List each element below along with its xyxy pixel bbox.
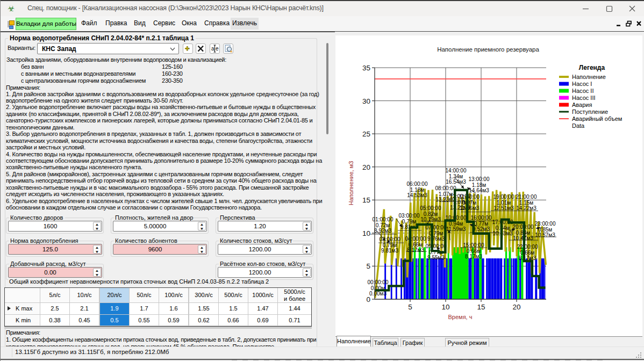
svg-text:14.22м3: 14.22м3: [516, 205, 536, 211]
svg-text:25: 25: [362, 130, 370, 138]
svg-text:04:00:00: 04:00:00: [405, 236, 426, 242]
svg-text:9.81м3: 9.81м3: [381, 248, 398, 254]
svg-text:0.85м: 0.85м: [538, 227, 552, 233]
svg-text:Время, ч: Время, ч: [448, 314, 473, 320]
svg-text:Авария: Авария: [572, 102, 592, 108]
svg-text:0.72м: 0.72м: [376, 222, 390, 228]
svg-text:20: 20: [362, 163, 370, 171]
svg-text:30: 30: [362, 97, 370, 105]
svg-text:15:00:00: 15:00:00: [463, 242, 484, 248]
svg-text:0.79м: 0.79м: [383, 242, 397, 248]
svg-text:16.54м3: 16.54м3: [446, 179, 466, 185]
svg-text:35: 35: [362, 64, 370, 72]
svg-text:0.79м: 0.79м: [402, 219, 416, 225]
svg-text:5: 5: [408, 303, 412, 311]
svg-text:0.82м: 0.82м: [424, 211, 438, 217]
svg-text:00:00:00: 00:00:00: [368, 279, 389, 285]
svg-text:Наполнение, м3: Наполнение, м3: [348, 161, 354, 206]
svg-text:1.18м: 1.18м: [410, 187, 424, 193]
svg-text:14.64м3: 14.64м3: [469, 187, 489, 193]
svg-text:10: 10: [441, 303, 449, 311]
svg-text:1.01м: 1.01м: [497, 200, 511, 206]
svg-text:8.92м3: 8.92м3: [374, 228, 391, 234]
svg-text:10: 10: [362, 229, 370, 237]
svg-text:09:00:00: 09:00:00: [426, 243, 447, 249]
svg-text:0.77м: 0.77м: [474, 221, 488, 227]
svg-text:Насос I: Насос I: [572, 81, 592, 87]
svg-text:15: 15: [362, 196, 370, 204]
svg-text:Насос II: Насос II: [572, 88, 593, 94]
svg-text:10.57м3: 10.57м3: [535, 232, 555, 238]
svg-text:Поступление: Поступление: [572, 109, 608, 115]
svg-text:14.53м3: 14.53м3: [407, 192, 427, 198]
svg-text:0.00м3: 0.00м3: [369, 291, 387, 297]
svg-text:13:00:00: 13:00:00: [469, 176, 490, 182]
svg-text:9.55м3: 9.55м3: [427, 255, 445, 261]
svg-text:22:00:00: 22:00:00: [517, 244, 538, 250]
svg-text:0.66м: 0.66м: [467, 248, 481, 254]
svg-text:06:00:00: 06:00:00: [407, 181, 428, 187]
svg-text:9.76м3: 9.76м3: [427, 236, 445, 242]
svg-text:21:00:00: 21:00:00: [516, 194, 537, 200]
svg-text:Легенда: Легенда: [579, 64, 605, 71]
svg-text:Наполнение: Наполнение: [572, 74, 606, 80]
svg-text:03:00:00: 03:00:00: [399, 213, 420, 219]
svg-text:08:00:00: 08:00:00: [435, 185, 456, 191]
svg-text:0: 0: [366, 295, 370, 304]
svg-text:5: 5: [366, 262, 370, 270]
svg-text:1.15м: 1.15м: [519, 200, 533, 206]
svg-text:Наполнение приемного резервуар: Наполнение приемного резервуара: [437, 46, 539, 53]
svg-text:14:00:00: 14:00:00: [446, 168, 467, 174]
svg-text:19:00:00: 19:00:00: [493, 194, 514, 200]
svg-text:0.66м: 0.66м: [520, 250, 534, 256]
svg-text:Аварийный объем: Аварийный объем: [572, 115, 622, 122]
svg-text:20: 20: [512, 303, 520, 311]
svg-text:15: 15: [477, 303, 485, 311]
svg-text:23:00:00: 23:00:00: [535, 221, 556, 227]
svg-text:16:00:00: 16:00:00: [471, 215, 492, 221]
svg-text:9.52м3: 9.52м3: [473, 226, 490, 232]
svg-text:10.43м3: 10.43м3: [492, 230, 513, 236]
svg-text:05:00:00: 05:00:00: [420, 205, 441, 211]
svg-text:Data: Data: [572, 122, 585, 129]
svg-text:12.51м3: 12.51м3: [493, 205, 514, 211]
svg-text:8.17м3: 8.17м3: [465, 254, 482, 259]
svg-text:1.18м: 1.18м: [472, 182, 486, 188]
svg-text:Насос III: Насос III: [572, 95, 596, 101]
svg-text:01:00:00: 01:00:00: [373, 216, 393, 222]
